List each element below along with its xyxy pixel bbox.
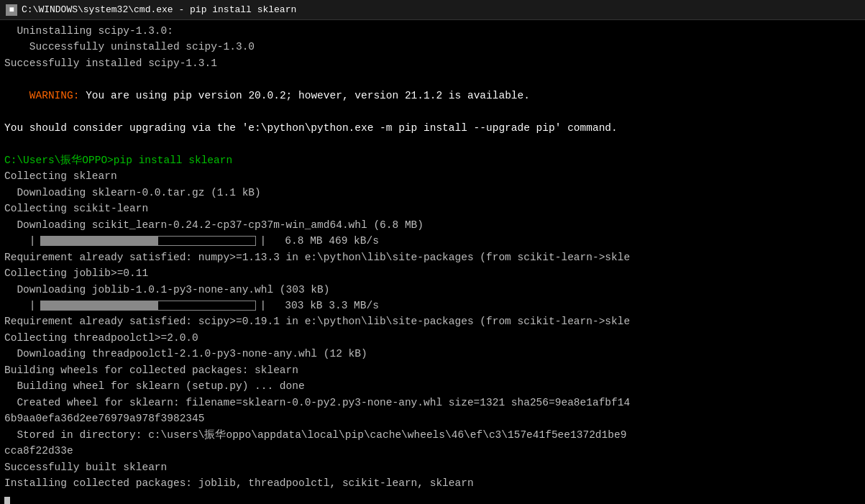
line-build1: Building wheels for collected packages: … — [4, 362, 861, 378]
warning-label: WARNING: — [29, 90, 80, 101]
line-cursor — [4, 492, 861, 504]
progress-fill-1 — [41, 237, 159, 245]
line-installing: Installing collected packages: joblib, t… — [4, 475, 861, 491]
line-download4: Downloading threadpoolctl-2.1.0-py3-none… — [4, 346, 861, 362]
progress-fill-2 — [41, 301, 159, 310]
window-title: C:\WINDOWS\system32\cmd.exe - pip instal… — [22, 4, 296, 15]
line-built: Successfully built sklearn — [4, 459, 861, 475]
progress-bar-1: | | 6.8 MB 469 kB/s — [4, 233, 861, 249]
terminal-body: Uninstalling scipy-1.3.0: Successfully u… — [0, 20, 865, 504]
progress-pipe-1: | — [4, 233, 36, 249]
line-1: Uninstalling scipy-1.3.0: — [4, 23, 861, 39]
progress-outer-1 — [40, 236, 256, 246]
line-collect2: Collecting scikit-learn — [4, 201, 861, 216]
line-build2: Building wheel for sklearn (setup.py) ..… — [4, 378, 861, 394]
progress-bar-2: | | 303 kB 3.3 MB/s — [4, 298, 861, 313]
line-blank — [4, 136, 861, 152]
line-download2: Downloading scikit_learn-0.24.2-cp37-cp3… — [4, 217, 861, 233]
line-collect1: Collecting sklearn — [4, 168, 861, 184]
line-req2: Requirement already satisfied: scipy>=0.… — [4, 313, 861, 329]
line-download3: Downloading joblib-1.0.1-py3-none-any.wh… — [4, 282, 861, 298]
progress-pipe-2: | — [4, 298, 36, 313]
progress-stats-2: | 303 kB 3.3 MB/s — [260, 298, 379, 313]
line-3: Successfully installed scipy-1.3.1 — [4, 55, 861, 71]
line-stored: Stored in directory: c:\users\振华oppo\app… — [4, 427, 861, 443]
line-collect4: Collecting threadpoolctl>=2.0.0 — [4, 330, 861, 346]
warning-text: You are using pip version 20.0.2; howeve… — [79, 90, 530, 101]
line-cache-hash: cca8f22d33e — [4, 443, 861, 459]
line-collect3: Collecting joblib>=0.11 — [4, 265, 861, 281]
line-warning2: You should consider upgrading via the 'e… — [4, 120, 861, 136]
cmd-icon: ■ — [6, 4, 17, 16]
cursor — [4, 497, 10, 504]
line-2: Successfully uninstalled scipy-1.3.0 — [4, 39, 861, 55]
line-req1: Requirement already satisfied: numpy>=1.… — [4, 249, 861, 265]
line-created: Created wheel for sklearn: filename=skle… — [4, 395, 861, 411]
titlebar: ■ C:\WINDOWS\system32\cmd.exe - pip inst… — [0, 0, 865, 20]
line-download1: Downloading sklearn-0.0.tar.gz (1.1 kB) — [4, 185, 861, 201]
progress-outer-2 — [40, 301, 256, 311]
line-hash: 6b9aa0efa36d2ee76979a978f3982345 — [4, 411, 861, 426]
progress-stats-1: | 6.8 MB 469 kB/s — [260, 233, 379, 249]
line-prompt1: C:\Users\振华OPPO>pip install sklearn — [4, 152, 861, 168]
line-warning1: WARNING: You are using pip version 20.0.… — [4, 71, 861, 119]
